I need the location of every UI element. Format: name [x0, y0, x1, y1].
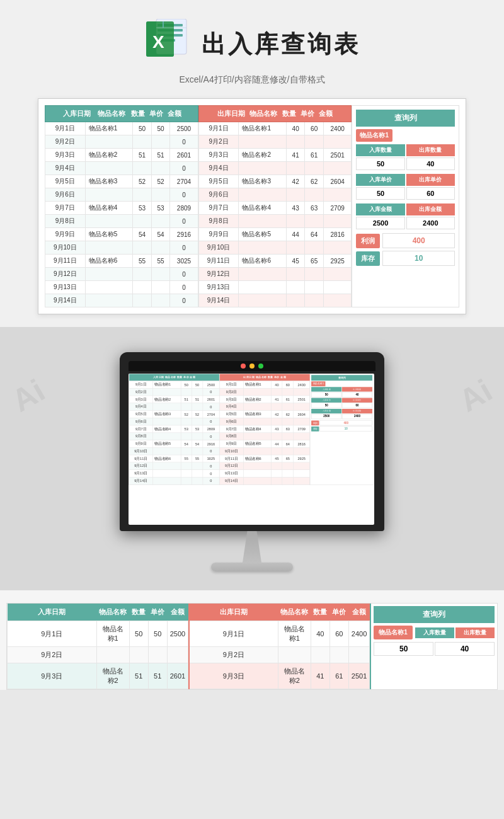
- table-row: 9月8日0: [129, 433, 219, 440]
- mini-inbound-price-val: 50: [311, 403, 341, 408]
- outbound-h-qty: 数量: [282, 109, 296, 118]
- table-row: 9月1日 物品名称1 50 50 2500: [8, 621, 188, 647]
- subtitle: Excel/A4打印/内容随意修改/自带格式: [179, 74, 324, 86]
- table-row: 9月4日: [198, 162, 352, 175]
- outbound-h-date: 出库日期: [217, 109, 245, 118]
- watermark1: Ai: [6, 372, 51, 419]
- bottom-inbound-h-amount: 金额: [167, 604, 188, 621]
- table-row: 9月9日物品名称554542916: [45, 228, 198, 241]
- mini-inbound-price-lbl: 入库单价: [311, 398, 341, 403]
- table-row: 9月3日物品名称251512601: [129, 396, 219, 403]
- table-row: 9月8日: [198, 215, 352, 228]
- table-row: 9月7日物品名称453532809: [45, 202, 198, 215]
- table-row: 9月5日物品名称342622604: [220, 411, 310, 418]
- table-row: 9月14日0: [45, 294, 198, 307]
- table-row: 9月11日物品名称645652925: [198, 255, 352, 268]
- table-row: 9月9日物品名称544642816: [220, 440, 310, 448]
- table-row: 9月4日0: [45, 162, 198, 175]
- inbound-h-date: 入库日期: [63, 109, 91, 118]
- mini-inbound-qty-lbl: 入库数量: [311, 387, 341, 391]
- table-row: 9月2日0: [45, 135, 198, 149]
- query-product-label: 物品名称1: [356, 129, 392, 142]
- query-profit-value: 400: [382, 233, 455, 248]
- table-row: 9月10日0: [129, 447, 219, 455]
- window-min-dot: [249, 364, 255, 369]
- bottom-section: 入库日期 物品名称 数量 单价 金额 9月1日 物品名称1 50 50 2500…: [0, 590, 504, 690]
- table-row: 9月2日: [189, 647, 370, 663]
- inbound-h-qty: 数量: [131, 109, 145, 118]
- mini-outbound-qty-lbl: 出库数量: [342, 387, 372, 391]
- bottom-query-title: 查询列: [374, 606, 495, 623]
- table-row: 9月10日0: [45, 241, 198, 255]
- table-row: 9月2日: [8, 647, 188, 663]
- bottom-product-label: 物品名称1: [374, 626, 413, 639]
- table-row: 9月6日: [220, 418, 310, 425]
- query-panel: 查询列 物品名称1 入库数量 出库数量 50 40 入库单价 出库单价: [352, 105, 459, 307]
- table-row: 9月3日物品名称241612501: [198, 149, 352, 162]
- window-close-dot: [241, 364, 246, 369]
- monitor-neck: [236, 531, 268, 563]
- bottom-outbound-h-price: 单价: [329, 604, 348, 621]
- table-row: 9月3日 物品名称2 41 61 2501: [189, 663, 370, 689]
- query-stock-label: 库存: [356, 251, 380, 266]
- monitor-section: Ai Ai 入库日期 物品名称 数量 单价: [0, 327, 504, 590]
- table-row: 9月4日: [220, 403, 310, 411]
- query-outbound-price-label: 出库单价: [406, 174, 455, 186]
- outbound-h-name: 物品名称: [249, 109, 277, 118]
- mini-stock-lbl: 库存: [311, 427, 319, 432]
- svg-rect-8: [163, 21, 164, 28]
- mini-inbound-qty-val: 50: [311, 392, 341, 397]
- excel-icon: X: [144, 19, 189, 69]
- monitor-base: [211, 563, 293, 571]
- svg-text:X: X: [152, 32, 164, 52]
- mini-product-label: 物品名称1: [311, 381, 325, 386]
- table-row: 9月3日物品名称251512601: [45, 149, 198, 162]
- table-row: 9月5日物品名称352522704: [45, 175, 198, 188]
- bottom-outbound-h-qty: 数量: [311, 604, 329, 621]
- window-max-dot: [258, 364, 263, 369]
- bottom-inbound-h-qty: 数量: [129, 604, 148, 621]
- table-row: 9月13日: [198, 281, 352, 294]
- monitor: 入库日期 物品名称 数量 单价 金额 9月1日物品名称1505025009月2日…: [120, 352, 384, 571]
- table-row: 9月6日0: [45, 188, 198, 202]
- page-title: 出入库查询表: [202, 28, 360, 60]
- outbound-table: 出库日期 物品名称 数量 单价 金额 9月1日物品名称1406024009月2日…: [198, 105, 352, 307]
- table-row: 9月10日: [198, 241, 352, 255]
- query-inbound-price-label: 入库单价: [356, 174, 404, 186]
- table-row: 9月1日物品名称150502500: [129, 381, 219, 388]
- outbound-h-price: 单价: [301, 109, 314, 118]
- table-row: 9月4日0: [129, 403, 219, 411]
- query-inbound-qty-value: 50: [356, 158, 404, 170]
- inbound-table: 入库日期 物品名称 数量 单价 金额 9月1日物品名称1505025009月2日…: [45, 105, 198, 307]
- table-row: 9月13日0: [129, 470, 219, 478]
- bottom-outbound-h-amount: 金额: [348, 604, 369, 621]
- query-title: 查询列: [356, 110, 455, 127]
- query-outbound-qty-label: 出库数量: [406, 144, 455, 156]
- mini-outbound-amount-val: 2400: [342, 414, 372, 419]
- table-row: 9月13日: [220, 470, 310, 478]
- mini-outbound-qty-val: 40: [342, 392, 372, 397]
- table-row: 9月7日物品名称453532809: [129, 425, 219, 433]
- query-inbound-amount-label: 入库金额: [356, 203, 404, 215]
- table-row: 9月1日 物品名称1 40 60 2400: [189, 621, 370, 647]
- spreadsheet-preview: 入库日期 物品名称 数量 单价 金额 9月1日物品名称1505025009月2日…: [38, 98, 466, 314]
- table-row: 9月1日物品名称140602400: [198, 122, 352, 135]
- table-row: 9月6日0: [129, 418, 219, 425]
- query-outbound-price-value: 60: [406, 187, 455, 200]
- bottom-outbound-qty-label: 出库数量: [455, 627, 495, 638]
- query-profit-label: 利润: [356, 234, 380, 248]
- bottom-inbound-h-name: 物品名称: [96, 604, 129, 621]
- bottom-outbound-h-name: 物品名称: [278, 604, 311, 621]
- table-row: 9月12日0: [129, 462, 219, 470]
- outbound-h-amount: 金额: [319, 109, 333, 118]
- query-inbound-qty-label: 入库数量: [356, 144, 404, 156]
- bottom-inbound-h-price: 单价: [148, 604, 167, 621]
- table-row: 9月2日: [220, 388, 310, 396]
- bottom-outbound-table: 出库日期 物品名称 数量 单价 金额 9月1日 物品名称1 40 60 2400…: [188, 604, 370, 689]
- mini-outbound-price-val: 60: [342, 403, 372, 408]
- table-row: 9月6日: [198, 188, 352, 202]
- query-outbound-amount-label: 出库金额: [406, 203, 455, 215]
- query-stock-value: 10: [382, 251, 455, 266]
- bottom-inbound-table: 入库日期 物品名称 数量 单价 金额 9月1日 物品名称1 50 50 2500…: [7, 604, 188, 689]
- bottom-inbound-h-date: 入库日期: [8, 604, 97, 621]
